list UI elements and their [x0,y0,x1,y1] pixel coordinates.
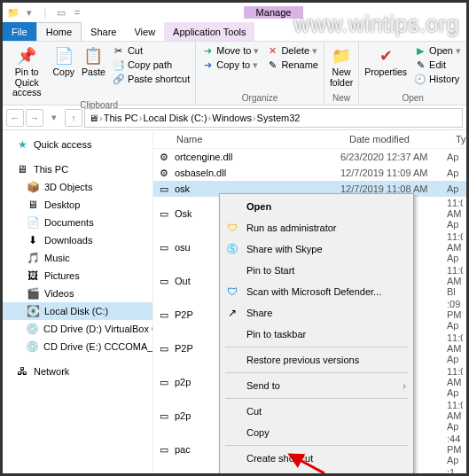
sidebar-item[interactable]: 📦3D Objects [3,178,152,196]
folder-icon: 📁 [6,5,20,20]
file-row[interactable]: ⚙osbaseln.dll12/7/2019 11:09 AMAp [153,165,466,181]
ribbon-group-open: ✔ Properties ▶Open▾ ✎Edit 🕘History Open [359,42,466,105]
pin-icon: 📌 [16,45,37,66]
new-folder-button[interactable]: 📁 New folder [328,43,355,90]
copy-path-button[interactable]: 📑Copy path [111,58,192,72]
delete-icon: ✕ [266,44,278,57]
sidebar-item[interactable]: 🎵Music [3,249,152,267]
shield-icon: 🛡 [225,221,239,235]
sidebar-item[interactable]: 💿CD Drive (E:) CCCOMA_X64FRE_ [3,338,152,355]
sidebar-item[interactable]: 🖼Pictures [3,267,152,285]
submenu-arrow-icon: › [403,380,406,391]
crumb-this-pc[interactable]: This PC [104,113,138,123]
sidebar-item[interactable]: 💽Local Disk (C:) [3,302,152,320]
ctx-delete[interactable]: 🛡Delete [222,469,411,476]
folder-icon: 💿 [26,339,39,354]
history-button[interactable]: 🕘History [412,72,463,86]
back-button[interactable]: ← [6,109,24,127]
tab-application-tools[interactable]: Application Tools [164,22,254,41]
blank-icon [225,378,239,393]
ribbon: 📌 Pin to Quick access 📄 Copy 📋 Paste ✂Cu… [3,42,466,105]
open-button[interactable]: ▶Open▾ [412,43,463,58]
ctx-send-to[interactable]: Send to› [222,375,411,396]
sidebar-item[interactable]: 🖥Desktop [3,196,152,214]
ctx-cut[interactable]: Cut [222,401,411,422]
rename-button[interactable]: ✎Rename [264,58,320,72]
ctx-pin-to-start[interactable]: Pin to Start [222,260,411,281]
contextual-tab-manage[interactable]: Manage [244,6,304,19]
ctx-open[interactable]: Open [222,196,411,217]
ctx-share-skype[interactable]: ⓈShare with Skype [222,238,411,260]
col-date[interactable]: Date modified [344,130,450,148]
ctx-share[interactable]: ↗Share [222,302,411,324]
ctx-scan-defender[interactable]: 🛡Scan with Microsoft Defender... [222,281,411,302]
new-folder-icon: 📁 [331,45,352,66]
menu-bar: File Home Share View Application Tools [3,22,466,42]
dropdown-icon: ▾ [253,59,258,71]
crumb-local-disk[interactable]: Local Disk (C:) [143,113,207,123]
qat-eq-icon[interactable]: = [70,5,84,20]
cut-icon: ✂ [113,44,125,57]
crumb-system32[interactable]: System32 [257,113,301,123]
folder-icon: 🎬 [26,286,40,300]
copy-button[interactable]: 📄 Copy [51,43,77,80]
delete-button[interactable]: ✕Delete▾ [264,43,320,58]
network[interactable]: 🖧Network [3,363,152,380]
tab-share[interactable]: Share [82,22,125,41]
ctx-separator [225,347,408,347]
address-bar[interactable]: 🖥 › This PC› Local Disk (C:)› Windows› S… [84,108,463,128]
pin-to-quick-access-button[interactable]: 📌 Pin to Quick access [6,43,48,100]
crumb-windows[interactable]: Windows [212,113,252,123]
properties-button[interactable]: ✔ Properties [363,43,409,80]
paste-shortcut-button[interactable]: 🔗Paste shortcut [111,72,192,86]
sidebar-item[interactable]: 📄Documents [3,214,152,231]
file-icon: ▭ [157,308,171,322]
tab-view[interactable]: View [125,22,164,41]
ctx-pin-to-taskbar[interactable]: Pin to taskbar [222,324,411,345]
sidebar-item[interactable]: 🎬Videos [3,285,152,302]
file-row[interactable]: ⚙ortcengine.dll6/23/2020 12:37 AMAp [153,149,466,165]
context-menu: Open 🛡Run as administrator ⓈShare with S… [219,193,414,476]
folder-icon: 🖥 [26,198,40,212]
qat-sep: | [38,5,52,20]
sidebar-item[interactable]: ⬇Downloads [3,231,152,249]
ribbon-group-new: 📁 New folder New [324,42,359,105]
tab-home[interactable]: Home [36,22,82,41]
col-name[interactable]: Name [153,130,344,148]
file-icon: ▭ [157,182,171,196]
ctx-copy[interactable]: Copy [222,422,411,443]
folder-icon: 🎵 [26,251,40,265]
copy-icon: 📄 [53,45,74,66]
ctx-restore-versions[interactable]: Restore previous versions [222,349,411,371]
file-icon: ▭ [157,274,171,288]
qat-item-icon[interactable]: ▭ [54,5,68,20]
this-pc[interactable]: 🖥This PC [3,160,152,178]
nav-sidebar: ★Quick access 🖥This PC 📦3D Objects🖥Deskt… [3,130,153,473]
copy-to-button[interactable]: ➜Copy to▾ [199,58,261,72]
forward-button[interactable]: → [26,109,43,127]
qat-down-icon[interactable]: ▾ [22,5,36,20]
blank-icon [225,404,239,418]
cut-button[interactable]: ✂Cut [111,43,192,58]
tab-file[interactable]: File [3,22,36,41]
paste-button[interactable]: 📋 Paste [80,43,107,80]
ctx-create-shortcut[interactable]: Create shortcut [222,448,411,469]
paste-shortcut-icon: 🔗 [113,73,125,85]
file-icon: ▭ [157,409,171,423]
col-type[interactable]: Ty [450,130,466,148]
column-header[interactable]: Name Date modified Ty [153,130,466,149]
sidebar-item[interactable]: 💿CD Drive (D:) VirtualBox Guest A [3,320,152,338]
quick-access[interactable]: ★Quick access [3,136,152,153]
folder-icon: 📄 [26,215,40,230]
file-icon: ▭ [157,341,171,355]
edit-button[interactable]: ✎Edit [412,58,463,72]
ribbon-group-organize: ➜Move to▾ ➜Copy to▾ ✕Delete▾ ✎Rename Org… [196,42,324,105]
move-to-button[interactable]: ➜Move to▾ [199,43,261,58]
up-button[interactable]: ↑ [65,109,82,127]
file-icon: ⚙ [157,150,171,164]
ctx-run-as-admin[interactable]: 🛡Run as administrator [222,217,411,238]
share-icon: ↗ [225,306,239,320]
recent-button[interactable]: ▾ [45,109,63,127]
properties-icon: ✔ [375,45,396,66]
file-icon: ▭ [157,240,171,254]
